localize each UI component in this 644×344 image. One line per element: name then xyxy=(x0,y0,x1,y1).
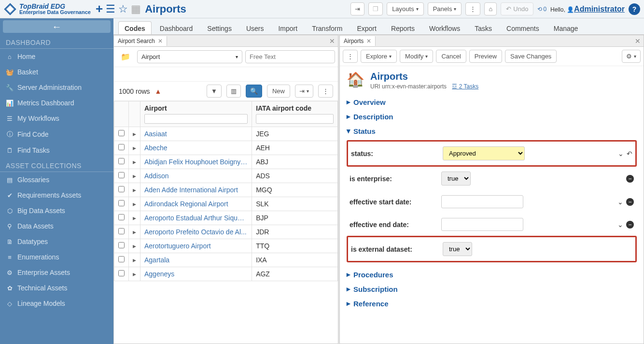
search-button[interactable]: 🔍 xyxy=(246,85,262,98)
remove-icon[interactable]: − xyxy=(626,198,634,206)
expand-icon[interactable]: ▸ xyxy=(129,225,140,239)
row-checkbox[interactable] xyxy=(118,186,125,192)
undo-icon[interactable]: ↶ xyxy=(627,150,632,158)
sidebar-item-home[interactable]: ⌂Home xyxy=(0,49,113,64)
save-button[interactable]: Save Changes xyxy=(505,50,557,63)
airport-link[interactable]: Addison xyxy=(140,169,252,183)
table-row[interactable]: ▸Abidjan Felix Houphouet Boigny I...ABJ xyxy=(114,155,338,169)
airport-link[interactable]: Aeroporto Prefeito Octavio de Al... xyxy=(140,225,252,239)
section-reference[interactable]: ▸Reference xyxy=(347,296,637,311)
undo-button[interactable]: ↶ Undo xyxy=(501,2,533,15)
brand-logo[interactable]: TopBraid EDG Enterprise Data Governance xyxy=(4,3,91,15)
tasks-link[interactable]: ☲ 2 Tasks xyxy=(452,83,478,90)
row-checkbox[interactable] xyxy=(118,270,125,276)
sidebar-item-enumerations[interactable]: ≡Enumerations xyxy=(0,249,113,265)
more-button[interactable]: ⋮ xyxy=(318,85,333,98)
folder-icon[interactable]: 📁 xyxy=(117,50,134,64)
row-checkbox[interactable] xyxy=(118,172,125,178)
sidebar-item-datatypes[interactable]: 🗎Datatypes xyxy=(0,234,113,249)
tab-tasks[interactable]: Tasks xyxy=(468,21,498,34)
export-button[interactable]: ⇥ ▾ xyxy=(295,85,313,98)
cancel-button[interactable]: Cancel xyxy=(436,50,466,63)
tab-settings[interactable]: Settings xyxy=(201,21,238,34)
airport-link[interactable]: Abeche xyxy=(140,141,252,155)
layouts-dropdown[interactable]: Layouts ▾ xyxy=(387,2,424,15)
table-row[interactable]: ▸AddisonADS xyxy=(114,169,338,183)
airport-link[interactable]: Aerotortuguero Airport xyxy=(140,239,252,253)
expand-icon[interactable]: ▸ xyxy=(129,169,140,183)
airport-link[interactable]: Abidjan Felix Houphouet Boigny I... xyxy=(140,155,252,169)
row-checkbox[interactable] xyxy=(118,214,125,220)
filter-button[interactable]: ▼ xyxy=(207,85,222,98)
close-icon[interactable]: ✕ xyxy=(366,38,371,44)
sidebar-item-basket[interactable]: 🧺Basket xyxy=(0,64,113,80)
tab-codes[interactable]: Codes xyxy=(118,21,152,34)
warning-icon[interactable]: ▲ xyxy=(155,87,162,95)
section-status[interactable]: ▾Status xyxy=(347,124,637,138)
expand-icon[interactable]: ▸ xyxy=(129,155,140,169)
modify-dropdown[interactable]: Modify ▾ xyxy=(400,50,433,63)
list-icon[interactable]: ☰ xyxy=(106,3,115,15)
row-checkbox[interactable] xyxy=(118,228,125,234)
home-button[interactable]: ⌂ xyxy=(484,2,497,15)
tab-comments[interactable]: Comments xyxy=(500,21,546,34)
sidebar-item-requirements[interactable]: ✔Requirements Assets xyxy=(0,187,113,203)
explore-dropdown[interactable]: Explore ▾ xyxy=(361,50,397,63)
row-checkbox[interactable] xyxy=(118,256,125,262)
table-row[interactable]: ▸Aerotortuguero AirportTTQ xyxy=(114,239,338,253)
sidebar-item-data-assets[interactable]: ⚲Data Assets xyxy=(0,218,113,234)
tab-users[interactable]: Users xyxy=(240,21,270,34)
user-link[interactable]: Administrator xyxy=(574,5,625,13)
expand-icon[interactable]: ▸ xyxy=(129,127,140,141)
expand-icon[interactable]: ▸ xyxy=(129,141,140,155)
section-subscription[interactable]: ▸Subscription xyxy=(347,282,637,296)
expand-icon[interactable]: ▸ xyxy=(129,267,140,281)
columns-button[interactable]: ▥ xyxy=(226,85,241,98)
sidebar-item-find-code[interactable]: ⓘFind Code xyxy=(0,126,113,143)
table-row[interactable]: ▸Aeroporto Estadual Arthur SiqueiraBJP xyxy=(114,211,338,225)
tab-import[interactable]: Import xyxy=(272,21,304,34)
tab-manage[interactable]: Manage xyxy=(547,21,585,34)
row-checkbox[interactable] xyxy=(118,144,125,150)
close-icon[interactable]: ✕ xyxy=(158,38,163,44)
sidebar-item-bigdata[interactable]: ⬡Big Data Assets xyxy=(0,203,113,218)
effective-start-input[interactable] xyxy=(441,195,523,208)
layers-icon[interactable]: ❐ xyxy=(368,2,383,15)
tab-workflows[interactable]: Workflows xyxy=(423,21,466,34)
panel-tab-airport-search[interactable]: Airport Search✕ xyxy=(114,36,167,46)
star-icon[interactable]: ☆ xyxy=(118,3,128,15)
tab-reports[interactable]: Reports xyxy=(385,21,421,34)
table-row[interactable]: ▸Adirondack Regional AirportSLK xyxy=(114,197,338,211)
section-procedures[interactable]: ▸Procedures xyxy=(347,267,637,282)
sidebar-item-server-admin[interactable]: 🔧Server Administration xyxy=(0,80,113,95)
free-text-input[interactable] xyxy=(245,50,335,63)
remove-icon[interactable]: − xyxy=(626,221,634,229)
tab-export[interactable]: Export xyxy=(350,21,382,34)
panels-dropdown[interactable]: Panels ▾ xyxy=(428,2,462,15)
table-row[interactable]: ▸AasiaatJEG xyxy=(114,127,338,141)
expand-icon[interactable]: ▸ xyxy=(129,253,140,267)
preview-button[interactable]: Preview xyxy=(469,50,502,63)
tab-dashboard[interactable]: Dashboard xyxy=(154,21,199,34)
plus-icon[interactable]: + xyxy=(96,1,103,16)
row-checkbox[interactable] xyxy=(118,130,125,136)
airport-link[interactable]: Agartala xyxy=(140,253,252,267)
row-checkbox[interactable] xyxy=(118,242,125,248)
remove-icon[interactable]: − xyxy=(626,175,634,183)
airport-link[interactable]: Aeroporto Estadual Arthur Siqueira xyxy=(140,211,252,225)
panel-close-icon[interactable]: ✕ xyxy=(326,37,338,45)
airport-link[interactable]: Aden Adde International Airport xyxy=(140,183,252,197)
more-icon[interactable]: ⋮ xyxy=(465,2,480,15)
is-enterprise-select[interactable]: true xyxy=(441,172,471,186)
panel-menu-button[interactable]: ⋮ xyxy=(343,50,358,63)
sidebar-item-enterprise[interactable]: ⚙Enterprise Assets xyxy=(0,265,113,280)
sidebar-item-find-tasks[interactable]: 🗒Find Tasks xyxy=(0,143,113,158)
chevron-down-icon[interactable]: ⌄ xyxy=(617,198,623,206)
effective-end-input[interactable] xyxy=(441,218,523,231)
type-combo[interactable]: Airport▾ xyxy=(137,50,242,63)
sidebar-item-technical[interactable]: ✿Technical Assets xyxy=(0,280,113,296)
expand-icon[interactable]: ▸ xyxy=(129,197,140,211)
panel-close-icon[interactable]: ✕ xyxy=(632,37,644,45)
is-external-select[interactable]: true xyxy=(443,242,472,256)
filter-iata-input[interactable] xyxy=(256,114,334,124)
